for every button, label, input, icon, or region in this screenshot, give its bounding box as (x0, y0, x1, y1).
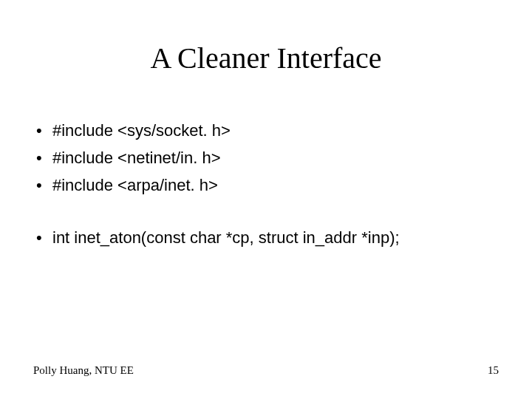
slide-body: #include <sys/socket. h> #include <netin… (33, 118, 499, 253)
bullet-list-2: int inet_aton(const char *cp, struct in_… (33, 225, 499, 250)
footer-author: Polly Huang, NTU EE (33, 364, 134, 377)
bullet-text: int inet_aton(const char *cp, struct in_… (52, 228, 400, 247)
list-item: int inet_aton(const char *cp, struct in_… (33, 225, 499, 250)
slide: A Cleaner Interface #include <sys/socket… (0, 0, 532, 399)
spacer (33, 200, 499, 225)
bullet-text: #include <netinet/in. h> (52, 149, 221, 167)
bullet-list-1: #include <sys/socket. h> #include <netin… (33, 118, 499, 197)
list-item: #include <netinet/in. h> (33, 146, 499, 170)
bullet-text: #include <sys/socket. h> (52, 121, 231, 140)
footer-page-number: 15 (488, 364, 499, 377)
list-item: #include <sys/socket. h> (33, 118, 499, 143)
list-item: #include <arpa/inet. h> (33, 173, 499, 197)
bullet-text: #include <arpa/inet. h> (52, 176, 218, 194)
slide-title: A Cleaner Interface (0, 41, 532, 75)
